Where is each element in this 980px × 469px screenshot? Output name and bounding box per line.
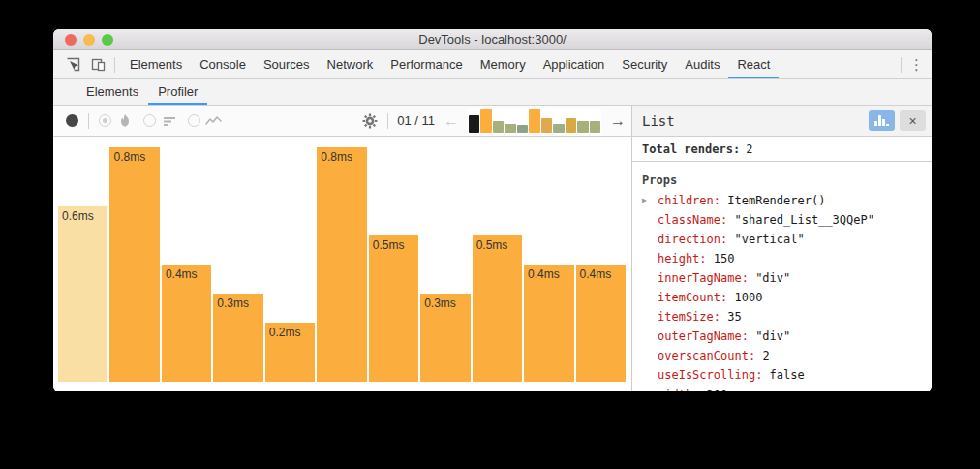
tab-application[interactable]: Application [535,52,614,78]
selected-component-name: List [642,113,675,129]
commit-bar[interactable]: 0.5ms [369,235,418,382]
divider [901,57,902,73]
commit-bar-label: 0.5ms [476,238,508,252]
commit-bar[interactable]: 0.3ms [420,294,470,382]
prop-key: width: [658,385,699,391]
prop-value: 35 [720,307,742,327]
commit-bar[interactable]: 0.4ms [524,265,573,382]
prop-row: itemCount: 1000 [642,288,932,307]
close-panel-button[interactable]: × [900,110,926,131]
divider [387,113,388,129]
view-renders-chart-button[interactable] [869,110,895,131]
minimap-bar[interactable] [577,121,588,133]
minimap-bar[interactable] [529,109,539,133]
indent-spacer [642,249,658,268]
minimap-bar[interactable] [493,121,504,133]
props-header: Props [642,170,932,191]
commit-bar-label: 0.4ms [528,267,560,281]
device-toolbar-icon[interactable] [89,56,107,74]
bar-chart-icon [874,115,889,126]
prop-value: 300 [699,385,727,391]
title-bar: DevTools - localhost:3000/ [53,29,932,50]
settings-gear-icon[interactable] [361,112,379,130]
commit-bar[interactable]: 0.6ms [58,206,107,382]
tab-performance[interactable]: Performance [382,52,471,78]
subtab-profiler[interactable]: Profiler [148,79,207,105]
close-window-button[interactable] [65,34,77,46]
prop-key: outerTagName: [658,327,749,346]
interactions-icon [205,112,223,130]
selected-component-header: List × [631,106,932,136]
toolbar-row: 01 / 11 ← → List × [53,106,932,137]
props-section: Props ▶children: ItemRenderer()className… [632,162,932,391]
ranked-radio[interactable] [143,114,156,127]
prop-key: itemCount: [658,288,727,307]
tab-memory[interactable]: Memory [472,52,535,78]
commit-bar-chart: 0.6ms0.8ms0.4ms0.3ms0.2ms0.8ms0.5ms0.3ms… [53,137,631,391]
minimap-bar[interactable] [553,124,564,133]
commit-bar-label: 0.3ms [424,297,456,310]
prop-value: false [762,365,804,385]
prop-row: outerTagName: "div" [642,327,932,346]
prop-row[interactable]: ▶children: ItemRenderer() [642,191,932,210]
flame-icon [116,112,134,130]
minimap-bar[interactable] [480,109,491,133]
prop-value: "shared_List__3QQeP" [727,210,874,230]
minimize-window-button[interactable] [83,34,95,46]
prop-row: direction: "vertical" [642,230,932,249]
inspect-element-icon[interactable] [64,56,81,74]
next-commit-arrow-icon[interactable]: → [610,113,626,129]
commit-counter: 01 / 11 [397,113,435,128]
ranked-chart-icon [161,112,178,130]
minimap-bar[interactable] [469,115,479,133]
tab-sources[interactable]: Sources [255,52,319,78]
divider [88,113,89,129]
commit-bar-label: 0.8ms [113,150,145,164]
expand-triangle-icon[interactable]: ▶ [642,191,658,210]
tab-network[interactable]: Network [319,52,383,78]
prop-key: overscanCount: [658,346,755,365]
prop-value: 150 [707,249,735,268]
prop-row: itemSize: 35 [642,307,932,327]
commit-bar[interactable]: 0.8ms [109,147,159,382]
previous-commit-arrow-icon[interactable]: ← [444,113,459,129]
prop-row: innerTagName: "div" [642,268,932,288]
record-button[interactable] [66,114,78,127]
prop-value: "div" [749,268,790,288]
more-options-icon[interactable]: ⋮ [909,60,924,70]
minimap-bar[interactable] [590,121,600,133]
subtab-elements[interactable]: Elements [77,79,148,105]
prop-value: ItemRenderer() [720,191,825,210]
minimap-bar[interactable] [517,125,528,133]
prop-row: useIsScrolling: false [642,365,932,385]
commit-bar[interactable]: 0.2ms [265,323,315,382]
commit-bar[interactable]: 0.8ms [317,147,366,382]
divider [114,57,115,73]
indent-spacer [642,268,658,288]
devtools-tab-bar: Elements Console Sources Network Perform… [53,50,932,79]
tab-elements[interactable]: Elements [121,52,191,78]
indent-spacer [642,288,658,307]
commit-bar-label: 0.4ms [166,267,198,281]
commit-bar[interactable]: 0.5ms [473,235,522,382]
indent-spacer [642,210,658,230]
tab-security[interactable]: Security [613,52,676,78]
minimap-bar[interactable] [505,124,515,133]
tab-react[interactable]: React [728,52,779,78]
indent-spacer [642,365,658,385]
prop-key: className: [658,210,727,230]
commit-bar[interactable]: 0.4ms [162,265,211,382]
tab-audits[interactable]: Audits [676,52,728,78]
flamegraph-radio[interactable] [99,114,111,127]
tab-console[interactable]: Console [191,52,255,78]
minimap-bar[interactable] [566,118,576,133]
zoom-window-button[interactable] [102,34,113,46]
minimap-bar[interactable] [541,118,552,133]
indent-spacer [642,385,658,391]
commit-bar-label: 0.2ms [269,326,301,339]
commit-bar[interactable]: 0.4ms [576,265,626,382]
commit-bar[interactable]: 0.3ms [213,294,262,382]
total-renders-value: 2 [746,142,752,156]
prop-value: 2 [755,346,769,365]
interactions-radio[interactable] [188,114,200,127]
